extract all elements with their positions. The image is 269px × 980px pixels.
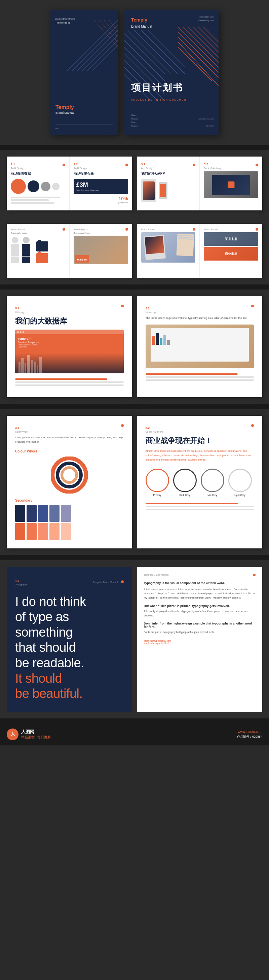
back-bottom-text: 001 — [55, 127, 112, 130]
photo-tile-1-overlay: 买书来是 — [204, 232, 258, 246]
cover-section: practice@temply.com +00 00 00 00 00 Temp… — [0, 0, 269, 145]
typo-right-header: Template Brand Manual — [144, 574, 256, 576]
orange-dot-4 — [256, 164, 258, 166]
watermark-icon: 人 — [7, 729, 19, 740]
circle-primary-group — [146, 469, 169, 492]
typo-line3: something — [15, 625, 124, 640]
swatch-orange-4 — [49, 523, 60, 540]
circle-mid — [201, 469, 224, 492]
body-1 — [11, 244, 19, 256]
phone-mockup — [159, 182, 168, 199]
back-brand-name: Temply — [55, 104, 74, 110]
spread2-left-title: 我们的移动APP — [141, 171, 196, 176]
svg-line-28 — [178, 37, 218, 81]
tablet-mockup — [141, 179, 157, 202]
watermark-site-label: 精品素材 · 每日更新 — [21, 735, 51, 740]
section-divider-3 — [0, 404, 269, 409]
webpage-section-label: Webpage — [15, 311, 25, 313]
cover-front: Temply Brand Manual information.comwww.t… — [124, 10, 218, 135]
webpage-right-section: 5.2 Homepage — [146, 305, 157, 313]
cover-brand-name: Temply Brand Manual — [131, 17, 152, 29]
spread1-right-section: 2.2 Audit Design — [74, 161, 87, 169]
typo-link-2: what-is-typography.html — [144, 642, 256, 644]
orange-dot-2 — [125, 164, 128, 166]
spread3-left-sub: Typography usage — [11, 232, 65, 234]
typo-line1: I do not think — [15, 594, 124, 610]
laptop-screen-content — [150, 328, 249, 361]
svg-line-18 — [134, 30, 178, 74]
color-wheel-visual — [15, 457, 124, 493]
photo-badge-text: UNIFORM — [78, 259, 87, 261]
photo-tile-1: 买书来是 — [204, 232, 258, 246]
typo-line6: It should — [15, 671, 124, 686]
swatch-orange-3 — [38, 523, 48, 540]
svg-line-3 — [82, 35, 118, 71]
colour-left-header: 3.1 Color Wheel — [15, 424, 124, 433]
paper-lines — [178, 235, 193, 240]
colour-circles-row — [146, 469, 254, 492]
webpage-section-num-right: 5.2 — [146, 307, 150, 310]
business-photo: UNIFORM — [74, 235, 128, 264]
svg-line-17 — [128, 30, 171, 74]
swatch-navy-2 — [27, 505, 36, 522]
legs-2 — [22, 256, 30, 263]
progress-r-1 — [146, 373, 238, 375]
colour-var-num: 3.2 — [146, 426, 150, 430]
spread1-left-title: 商场投售数据 — [11, 171, 65, 176]
colour-section-num: 3.1 — [15, 426, 19, 430]
bubble-2 — [28, 180, 40, 192]
phone-screen — [160, 184, 166, 197]
colour-var-desc: Almost 90% of people's assessment are pr… — [146, 449, 254, 462]
label-dark-grey: Dark Grey — [173, 494, 197, 496]
spread3-right-sub: Business uniforms — [74, 232, 128, 234]
typo-left-header: 4.1 Typography Template Brand Manual — [15, 577, 124, 586]
progress-3 — [15, 385, 124, 386]
spread-2: 3.1 App Design 我们的移动APP — [137, 156, 263, 210]
spread2-right-section: 3.2 Back Minimising — [204, 161, 221, 169]
typo-line2: of type as — [15, 609, 124, 625]
color-swatches-orange — [15, 523, 124, 540]
colour-right-section: 3.2 Colour Variations — [146, 424, 163, 433]
colour-progress-2 — [146, 506, 254, 508]
spread2-left-header: 3.1 App Design — [141, 161, 196, 169]
tablet-content — [143, 181, 155, 200]
webpage-right-page: 5.2 Homepage The introductory page of a … — [137, 296, 263, 397]
colour-progress-1 — [146, 503, 238, 504]
swatch-orange-5 — [61, 523, 71, 540]
back-bottom: 001 — [55, 124, 112, 130]
typo-s2-body: Fonts are part of typography but typogra… — [144, 630, 256, 635]
spread-1: 2.1 Audit Design 商场投售数据 2 — [7, 156, 132, 210]
tablet-desk — [144, 235, 166, 260]
colour-wheel-desc: Color palette choices are used to differ… — [15, 436, 124, 444]
head-2 — [23, 237, 30, 243]
circle-mid-group — [201, 469, 224, 492]
colour-secondary-label: Secondary — [15, 499, 124, 502]
phone-content — [160, 184, 166, 197]
cover-sub-title: PROJECT DEFINITION DOCUMENT — [131, 99, 188, 101]
swatch-purple — [61, 505, 71, 522]
label-light-grey: Light Grey — [228, 494, 252, 496]
svg-line-5 — [92, 45, 118, 71]
circle-light — [228, 469, 252, 492]
spread3-right-header: Brand Report — [74, 228, 128, 231]
circle-dark — [173, 469, 197, 492]
watermark-id: 作品编号：620884 — [237, 735, 262, 739]
orange-dot-7 — [193, 228, 195, 231]
typo-quote: I do not think of type as something that… — [15, 594, 124, 702]
cover-bottom-right-info: www.temply.com001 / 00 — [198, 117, 214, 128]
swatch-orange — [15, 523, 25, 540]
watermark-right-group: www.ibaotu.com 作品编号：620884 — [237, 730, 262, 739]
spread-4: Brand Report Brand Report — [137, 224, 263, 278]
orange-dot-colour-2 — [251, 424, 254, 427]
typography-right-page: Template Brand Manual Typography is the … — [137, 567, 263, 712]
photo-tile-2-text: 商业来是 — [225, 252, 237, 256]
text-line-3 — [11, 202, 54, 204]
colour-left-section: 3.1 Color Wheel — [15, 424, 28, 433]
stat-percent-container: 10% growth rate — [74, 196, 128, 204]
photo-badge: UNIFORM — [75, 255, 89, 262]
colour-section-label: Color Wheel — [15, 431, 28, 433]
watermark-url: www.ibaotu.com — [237, 730, 262, 733]
tablet-screen — [143, 181, 155, 200]
browser-bar — [15, 329, 124, 334]
building-2 — [21, 358, 24, 373]
